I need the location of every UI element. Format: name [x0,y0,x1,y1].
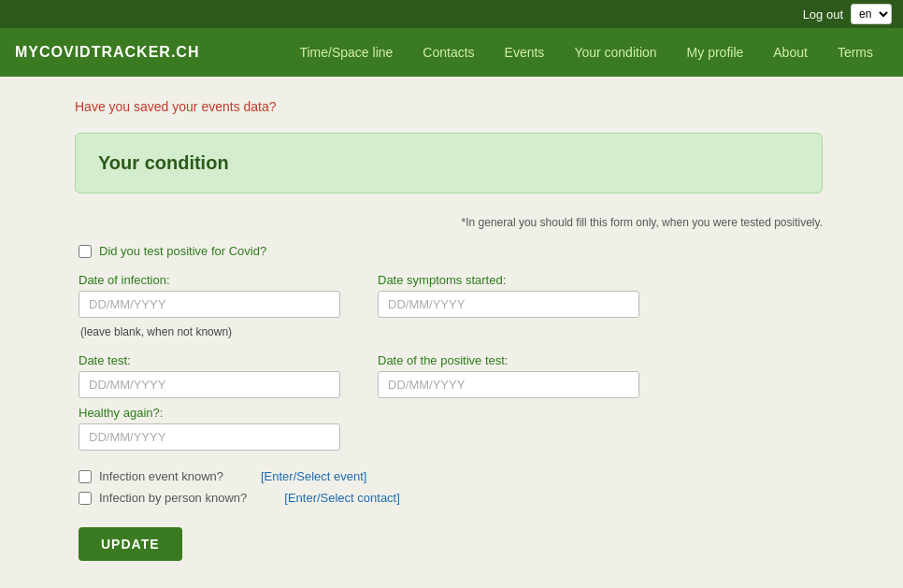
nav-links: Time/Space line Contacts Events Your con… [284,28,888,77]
infection-event-label: Infection event known? [99,469,223,483]
date-positive-label: Date of the positive test: [378,353,639,367]
brand-logo: MYCOVIDTRACKER.CH [15,44,199,61]
nav-terms[interactable]: Terms [823,28,888,77]
date-symptoms-input[interactable] [378,291,639,318]
infection-person-checkbox[interactable] [79,492,92,505]
nav-about[interactable]: About [758,28,823,77]
date-infection-group: Date of infection: [79,273,340,318]
healthy-label: Healthy again?: [79,406,823,420]
date-symptoms-group: Date symptoms started: [378,273,639,318]
date-test-group: Date test: [79,353,340,398]
nav-events[interactable]: Events [490,28,560,77]
infection-event-checkbox[interactable] [79,470,92,483]
infection-person-label: Infection by person known? [99,491,247,505]
infection-person-row: Infection by person known? [Enter/Select… [79,491,823,505]
info-note: *In general you should fill this form on… [302,216,823,229]
date-test-label: Date test: [79,353,340,367]
top-bar: Log out en de fr [0,0,903,28]
enter-contact-link[interactable]: [Enter/Select contact] [284,491,400,505]
date-infection-input[interactable] [79,291,340,318]
main-content: Have you saved your events data? Your co… [0,77,897,583]
date-test-positive-row: Date test: Date of the positive test: [79,353,823,398]
condition-title: Your condition [98,152,229,173]
healthy-input[interactable] [79,423,340,451]
nav-yourcondition[interactable]: Your condition [559,28,671,77]
nav-timespace[interactable]: Time/Space line [284,28,408,77]
healthy-row: Healthy again?: [79,406,823,451]
date-test-input[interactable] [79,371,340,398]
positive-checkbox-row: Did you test positive for Covid? [79,244,823,258]
positive-checkbox-label: Did you test positive for Covid? [99,244,266,258]
healthy-group: Healthy again?: [79,406,823,451]
date-infection-label: Date of infection: [79,273,340,287]
date-symptoms-label: Date symptoms started: [378,273,639,287]
logout-link[interactable]: Log out [803,7,843,22]
language-selector[interactable]: en de fr [851,4,892,24]
leave-blank-note: (leave blank, when not known) [80,325,823,338]
infection-event-row: Infection event known? [Enter/Select eve… [79,469,823,483]
date-positive-input[interactable] [378,371,639,398]
update-button[interactable]: UPDATE [79,527,182,561]
warning-message: Have you saved your events data? [75,99,823,114]
nav-bar: MYCOVIDTRACKER.CH Time/Space line Contac… [0,28,903,77]
positive-checkbox[interactable] [79,245,92,258]
nav-myprofile[interactable]: My profile [672,28,759,77]
enter-event-link[interactable]: [Enter/Select event] [261,469,366,483]
date-infection-symptoms-row: Date of infection: Date symptoms started… [79,273,823,318]
form-section: *In general you should fill this form on… [75,216,823,561]
nav-contacts[interactable]: Contacts [408,28,489,77]
date-positive-group: Date of the positive test: [378,353,639,398]
condition-box: Your condition [75,133,823,194]
